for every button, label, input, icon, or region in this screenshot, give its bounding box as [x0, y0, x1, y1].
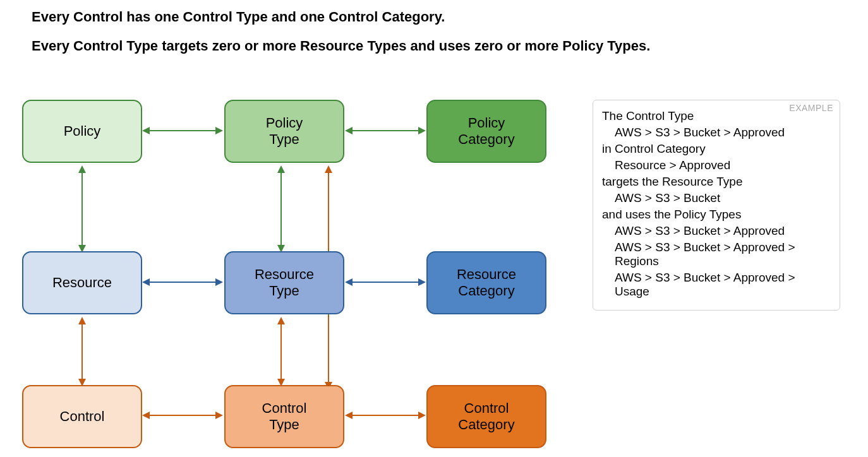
box-policy-type-label: Policy Type — [266, 115, 303, 148]
box-control-label: Control — [60, 408, 105, 425]
example-label: EXAMPLE — [789, 103, 833, 113]
box-control-category: Control Category — [426, 385, 546, 448]
box-control-category-label: Control Category — [458, 400, 514, 434]
heading-line-2: Every Control Type targets zero or more … — [32, 38, 650, 54]
box-control-type: Control Type — [224, 385, 344, 448]
example-line: AWS > S3 > Bucket — [602, 191, 831, 205]
example-line: targets the Resource Type — [602, 175, 831, 189]
heading-line-1: Every Control has one Control Type and o… — [32, 9, 445, 25]
box-policy-category-label: Policy Category — [458, 115, 514, 148]
example-line: Resource > Approved — [602, 158, 831, 172]
box-resource-category-label: Resource Category — [457, 266, 516, 300]
box-resource: Resource — [22, 251, 142, 314]
box-resource-type: Resource Type — [224, 251, 344, 314]
example-line: AWS > S3 > Bucket > Approved — [602, 126, 831, 139]
example-line: in Control Category — [602, 142, 831, 156]
box-resource-category: Resource Category — [426, 251, 546, 314]
example-panel: EXAMPLE The Control TypeAWS > S3 > Bucke… — [593, 100, 840, 311]
example-line: AWS > S3 > Bucket > Approved > Usage — [602, 271, 831, 299]
example-line: AWS > S3 > Bucket > Approved > Regions — [602, 240, 831, 268]
box-policy-label: Policy — [64, 123, 101, 139]
box-policy: Policy — [22, 100, 142, 163]
example-line: and uses the Policy Types — [602, 208, 831, 222]
box-control-type-label: Control Type — [262, 400, 307, 434]
example-line: AWS > S3 > Bucket > Approved — [602, 224, 831, 238]
box-policy-category: Policy Category — [426, 100, 546, 163]
box-resource-label: Resource — [52, 275, 112, 291]
box-control: Control — [22, 385, 142, 448]
box-policy-type: Policy Type — [224, 100, 344, 163]
box-resource-type-label: Resource Type — [255, 266, 314, 300]
